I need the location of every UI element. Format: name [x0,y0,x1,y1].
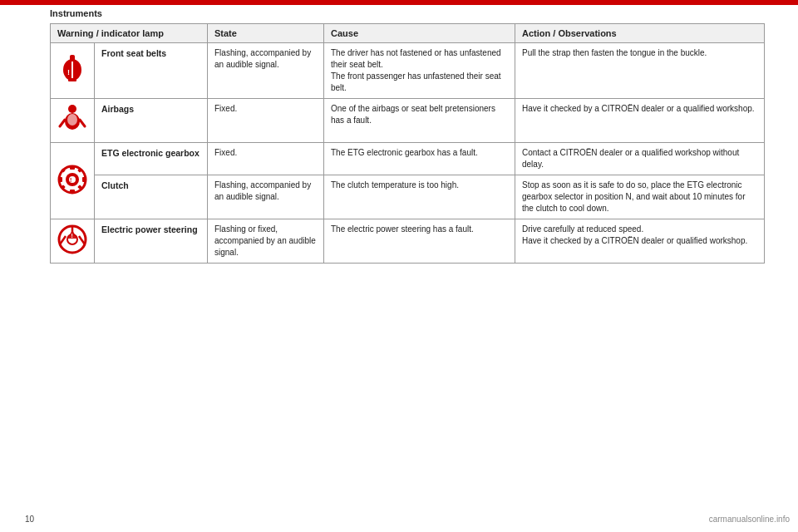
svg-rect-13 [58,177,62,182]
cause-steering: The electric power steering has a fault. [324,219,515,264]
main-content: Warning / indicator lamp State Cause Act… [50,23,765,507]
table-row: Clutch Flashing, accompanied by an audib… [51,175,765,219]
cause-etg: The ETG electronic gearbox has a fault. [324,143,515,175]
col-header-state: State [208,24,324,43]
svg-text:!: ! [70,177,71,183]
action-etg: Contact a CITROËN dealer or a qualified … [515,143,765,175]
cause-airbag: One of the airbags or seat belt pretensi… [324,99,515,143]
svg-point-9 [67,114,77,126]
svg-rect-2 [68,78,76,81]
top-bar [0,0,798,5]
header-title: Instruments [50,8,102,18]
svg-rect-12 [70,190,75,194]
svg-rect-14 [82,177,86,182]
steering-icon: ! [57,224,87,254]
page-number: 10 [25,515,34,524]
col-header-cause: Cause [324,24,515,43]
cause-clutch: The clutch temperature is too high. [324,175,515,219]
svg-line-26 [79,236,85,244]
seatbelt-icon: ! [59,53,86,85]
svg-text:!: ! [67,68,70,76]
state-seatbelt: Flashing, accompanied by an audible sign… [208,43,324,99]
action-steering: Drive carefully at reduced speed.Have it… [515,219,765,264]
warning-table: Warning / indicator lamp State Cause Act… [50,23,765,264]
col-header-action: Action / Observations [515,24,765,43]
state-airbag: Fixed. [208,99,324,143]
svg-line-7 [60,120,65,126]
airbag-icon [58,103,86,135]
col-header-lamp: Warning / indicator lamp [51,24,208,43]
table-header-row: Warning / indicator lamp State Cause Act… [51,24,765,43]
icon-cell-seatbelt: ! [51,43,95,99]
svg-text:!: ! [71,233,73,239]
table-row: ! ETG electronic gearbox Fixed. The ETG … [51,143,765,175]
state-steering: Flashing or fixed, accompanied by an aud… [208,219,324,264]
page-header: Instruments [50,5,102,18]
action-seatbelt: Pull the strap then fasten the tongue in… [515,43,765,99]
svg-line-25 [60,236,66,244]
icon-cell-steering: ! [51,219,95,264]
lamp-name-clutch: Clutch [95,175,208,219]
icon-cell-gear: ! [51,143,95,219]
state-etg: Fixed. [208,143,324,175]
lamp-name-steering: Electric power steering [95,219,208,264]
watermark: carmanualsonline.info [709,515,790,524]
action-clutch: Stop as soon as it is safe to do so, pla… [515,175,765,219]
svg-rect-1 [70,55,75,62]
gear-icon: ! [57,165,87,195]
state-clutch: Flashing, accompanied by an audible sign… [208,175,324,219]
table-row: Airbags Fixed. One of the airbags or sea… [51,99,765,143]
cause-seatbelt: The driver has not fastened or has unfas… [324,43,515,99]
action-airbag: Have it checked by a CITROËN dealer or a… [515,99,765,143]
lamp-name-airbag: Airbags [95,99,208,143]
svg-line-8 [80,120,85,126]
svg-point-5 [68,105,76,113]
svg-rect-11 [70,165,75,170]
lamp-name-etg: ETG electronic gearbox [95,143,208,175]
icon-cell-airbag [51,99,95,143]
lamp-name-seatbelt: Front seat belts [95,43,208,99]
table-row: ! Electric power steering Flashing or fi… [51,219,765,264]
table-row: ! Front seat belts Flashing, accompanied… [51,43,765,99]
